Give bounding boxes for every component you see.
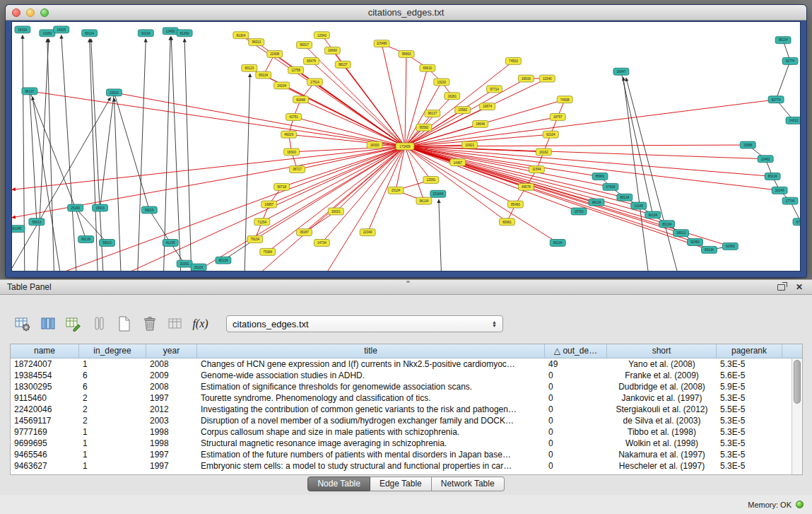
row-options-icon[interactable]	[89, 315, 108, 334]
table-row[interactable]: 2242004622012Investigating the contribut…	[11, 404, 802, 415]
column-header-pagerank[interactable]: pagerank	[717, 344, 782, 358]
graph-edge[interactable]	[626, 78, 680, 271]
graph-node[interactable]: 16162	[536, 148, 551, 156]
graph-node[interactable]: 22040	[360, 229, 375, 236]
graph-node[interactable]: 11540	[539, 75, 555, 82]
close-panel-icon[interactable]: ✕	[794, 282, 805, 292]
graph-node[interactable]: 16857	[261, 201, 277, 208]
graph-node[interactable]: 59013	[100, 240, 115, 247]
graph-node[interactable]: 90134	[138, 30, 153, 37]
graph-edge[interactable]	[149, 210, 170, 243]
graph-node[interactable]: 15958	[740, 141, 755, 148]
graph-node[interactable]: 81345	[12, 226, 25, 233]
graph-node[interactable]: 15793	[571, 208, 587, 215]
graph-node[interactable]: 18300	[367, 141, 382, 148]
graph-node[interactable]: 81848	[293, 96, 309, 103]
graph-edge[interactable]	[171, 37, 181, 271]
graph-node[interactable]: 85901	[592, 173, 608, 180]
graph-node[interactable]: 15582	[455, 107, 471, 114]
graph-edge[interactable]	[405, 54, 406, 146]
graph-node[interactable]: 80134	[765, 173, 780, 180]
graph-edge[interactable]	[100, 93, 114, 208]
graph-node[interactable]: 18300	[284, 148, 300, 156]
graph-node[interactable]: 96137	[22, 88, 37, 95]
graph-node[interactable]: 81304	[233, 32, 249, 39]
table-row[interactable]: 1830029562008Estimation of significance …	[11, 381, 802, 392]
column-header-name[interactable]: name	[11, 344, 79, 358]
graph-edge[interactable]	[47, 39, 54, 271]
graph-node[interactable]: 172409	[396, 143, 414, 150]
graph-edge[interactable]	[114, 98, 121, 271]
graph-node[interactable]: 16660	[324, 47, 340, 54]
graph-node[interactable]: 42751	[286, 114, 302, 121]
graph-edge[interactable]	[322, 146, 405, 243]
table-row[interactable]: 946362711997Embryonic stem cells: a mode…	[11, 460, 802, 472]
graph-node[interactable]: 15134	[388, 187, 404, 194]
graph-node[interactable]: 74503	[505, 57, 521, 64]
graph-node[interactable]: 30021	[328, 208, 343, 215]
graph-node[interactable]: 17734	[782, 197, 798, 204]
graph-node[interactable]: 82774	[768, 96, 784, 103]
float-panel-icon[interactable]	[775, 282, 787, 292]
graph-edge[interactable]	[241, 35, 405, 146]
column-header-year[interactable]: year	[146, 344, 197, 358]
graph-node[interactable]: 20510	[107, 89, 122, 96]
table-scrollbar[interactable]	[792, 358, 802, 474]
column-header-outde[interactable]: △ out_de…	[545, 344, 607, 358]
close-window-icon[interactable]	[12, 8, 20, 17]
graph-node[interactable]: 10462	[758, 156, 773, 163]
graph-node[interactable]: 95582	[416, 124, 432, 131]
graph-node[interactable]: 10921	[462, 141, 478, 148]
function-builder-icon[interactable]: f(x)	[191, 315, 210, 334]
graph-node[interactable]: 36717	[290, 166, 305, 173]
graph-node[interactable]: 22608	[267, 51, 283, 58]
graph-node[interactable]: 80139	[78, 236, 94, 243]
graph-node[interactable]: 92450	[688, 239, 703, 246]
graph-node[interactable]: 16013	[673, 230, 689, 237]
graph-node[interactable]: 80961	[500, 218, 515, 226]
graph-node[interactable]: 59013	[29, 218, 45, 226]
graph-edge[interactable]	[163, 37, 170, 271]
table-selector-combo[interactable]: citations_edges.txt ▲▼	[226, 315, 503, 332]
graph-node[interactable]: 90718	[274, 183, 290, 190]
graph-node[interactable]: 14734	[314, 240, 329, 247]
graph-node[interactable]: 80134	[702, 246, 717, 253]
table-row[interactable]: 969969511998Structural magnetic resonanc…	[11, 438, 802, 449]
graph-node[interactable]: 10674	[480, 103, 495, 110]
graph-node[interactable]: 81360	[177, 30, 192, 37]
graph-edge[interactable]	[305, 45, 405, 146]
graph-edge[interactable]	[314, 82, 405, 146]
graph-node[interactable]: 14313	[786, 117, 800, 124]
graph-node[interactable]: 13450	[163, 28, 178, 35]
graph-node[interactable]: 49578	[518, 183, 534, 190]
graph-edge[interactable]	[623, 77, 649, 271]
network-graph[interactable]: 1724098130496013226086012389134242041275…	[12, 22, 800, 271]
graph-node[interactable]: 21090	[40, 30, 55, 37]
new-table-icon[interactable]	[114, 315, 134, 334]
window-titlebar[interactable]: citations_edges.txt	[6, 5, 806, 21]
table-row[interactable]: 1456911722003Disruption of a novel membe…	[11, 415, 802, 426]
graph-node[interactable]: 41235	[163, 240, 178, 247]
table-panel-header[interactable]: Table Panel ✕	[0, 279, 812, 295]
graph-edge[interactable]	[268, 146, 405, 252]
graph-node[interactable]: 16916	[518, 75, 534, 82]
graph-node[interactable]: 67918	[603, 183, 618, 190]
tab-node-table[interactable]: Node Table	[307, 477, 370, 491]
graph-edge[interactable]	[311, 61, 405, 146]
graph-node[interactable]: 96134	[416, 197, 432, 204]
table-row[interactable]: 946554611997Estimation of the future num…	[11, 449, 802, 460]
table-settings-icon[interactable]	[13, 315, 32, 334]
graph-node[interactable]: 62104	[543, 131, 558, 138]
graph-node[interactable]: 59015	[141, 206, 157, 214]
graph-node[interactable]: 96137	[425, 110, 440, 117]
edit-table-icon[interactable]	[64, 315, 83, 334]
graph-node[interactable]: 20351	[177, 260, 192, 267]
graph-node[interactable]: 80134	[550, 240, 565, 247]
table-row[interactable]: 977716911998Corpus callosum shape and si…	[11, 426, 802, 438]
table-row[interactable]: 1872400712008Changes of HCN gene express…	[11, 358, 802, 370]
graph-node[interactable]: 15913	[93, 204, 108, 211]
graph-edge[interactable]	[114, 93, 405, 146]
graph-node[interactable]: 90017	[297, 42, 312, 49]
graph-node[interactable]: 13145	[631, 202, 647, 209]
graph-edge[interactable]	[76, 208, 86, 239]
